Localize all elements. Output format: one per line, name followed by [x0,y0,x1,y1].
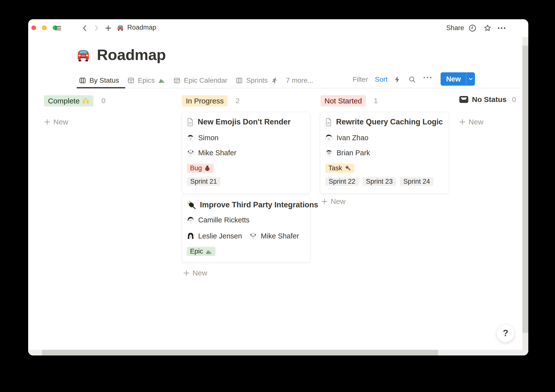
avatar-camille-ricketts [187,216,194,224]
forward-button[interactable] [92,24,100,32]
favorite-button[interactable] [484,24,491,32]
person-row: Leslie Jensen Mike Shafer [187,232,305,240]
avatar-simon [187,134,194,142]
column-header-complete: Complete 0 [44,95,106,106]
chevron-right-icon [93,25,100,32]
card-title: Rewrite Query Caching Logic [336,118,443,126]
close-window-button[interactable] [31,25,36,30]
person-name: Leslie Jensen [198,232,242,240]
minimize-window-button[interactable] [42,25,47,30]
add-card-label: New [469,118,483,126]
column-header-not-started: Not Started 1 [320,95,378,106]
page-title[interactable]: Roadmap [76,46,166,63]
board-icon [236,77,243,84]
chevron-down-icon [469,78,473,80]
column-count: 2 [235,97,239,105]
share-button[interactable]: Share [446,24,464,32]
breadcrumb[interactable]: Roadmap [117,24,156,31]
horizontal-scrollbar-thumb[interactable] [42,350,438,355]
status-badge[interactable]: In Progress [182,95,228,106]
status-label: Not Started [324,97,362,105]
person-row: Camille Ricketts [187,216,305,224]
chevron-left-icon [82,25,88,32]
ellipsis-icon [497,27,506,30]
person-row: Simon [187,134,305,142]
back-button[interactable] [81,24,89,32]
vertical-scrollbar-thumb[interactable] [522,46,528,333]
add-card-complete[interactable]: New [44,117,68,127]
add-card-not-started[interactable]: New [321,196,345,206]
tabs-divider [77,88,521,88]
plus-icon [321,198,328,205]
titlebar: Roadmap Share [28,19,528,37]
person-row: Brian Park [325,149,444,157]
card-new-emojis-dont-render[interactable]: New Emojis Don't Render Simon Mike Shafe… [182,112,310,194]
avatar-mike-shafer [187,149,194,157]
plus-icon [459,119,466,125]
card-title: Improve Third Party Integrations [200,200,318,209]
column-header-no-status: No Status 0 [459,95,516,104]
hammer-emoji [344,165,351,172]
app-window: Roadmap Share [28,19,528,355]
updates-button[interactable] [469,24,476,32]
card-title: New Emojis Don't Render [198,118,291,126]
new-button[interactable]: New [441,72,475,86]
search-view-button[interactable] [408,76,416,84]
tray-icon [459,96,469,103]
person-name: Mike Shafer [261,232,299,240]
plus-icon [105,25,112,32]
view-options-button[interactable] [423,76,432,80]
sidebar-menu-button[interactable] [54,24,62,32]
tab-by-status[interactable]: By Status [79,77,119,84]
card-improve-third-party-integrations[interactable]: Improve Third Party Integrations Camille… [182,196,310,262]
tab-epic-calendar[interactable]: Epic Calendar [173,77,227,84]
help-button[interactable]: ? [496,324,515,342]
ellipsis-icon [423,76,432,79]
avatar-brian-park [325,149,333,157]
add-card-label: New [192,269,207,277]
tag-epic: Epic [187,247,215,256]
runner-emoji [271,77,278,84]
tab-more[interactable]: 7 more... [286,77,313,84]
tag-task: Task [325,164,354,173]
person-row: Mike Shafer [187,149,305,157]
tab-sprints[interactable]: Sprints [236,77,278,84]
avatar-leslie-jensen [187,232,194,240]
column-header-in-progress: In Progress 2 [182,95,240,106]
doc-icon [187,118,193,126]
status-badge[interactable]: Complete [44,95,93,106]
sprint-row: Sprint 22 Sprint 23 Sprint 24 [325,177,444,186]
tag-bug: Bug [187,164,214,173]
person-name: Camille Ricketts [198,216,250,224]
status-label: No Status [472,95,507,104]
add-card-no-status[interactable]: New [459,117,483,127]
hamburger-icon [55,25,62,32]
sort-button[interactable]: Sort [375,76,387,83]
tag-label: Epic [190,248,203,255]
new-page-button[interactable] [104,24,112,32]
column-count: 1 [374,97,378,105]
new-button-label: New [441,75,466,83]
tag-row: Epic [187,247,305,256]
person-name: Simon [198,134,218,142]
tag-label: Bug [190,164,202,172]
page-more-button[interactable] [498,24,506,32]
add-card-in-progress[interactable]: New [183,268,207,278]
board-icon [79,77,86,84]
tab-label: Sprints [246,77,268,84]
plug-emoji [187,200,196,209]
automations-button[interactable] [393,76,401,84]
page-title-text: Roadmap [97,46,166,63]
add-card-label: New [331,197,345,206]
filter-button[interactable]: Filter [353,76,368,83]
card-rewrite-query-caching-logic[interactable]: Rewrite Query Caching Logic Ivan Zhao Br… [320,112,449,194]
status-badge[interactable]: Not Started [320,95,366,106]
clock-icon [469,24,476,32]
tab-label: Epics [138,77,155,84]
calendar-icon [173,77,180,84]
new-dropdown-button[interactable] [467,78,475,80]
car-emoji [76,48,91,62]
sprint-tag: Sprint 23 [363,177,396,186]
card-title-row: Improve Third Party Integrations [187,200,305,210]
tab-epics[interactable]: Epics [128,77,165,84]
